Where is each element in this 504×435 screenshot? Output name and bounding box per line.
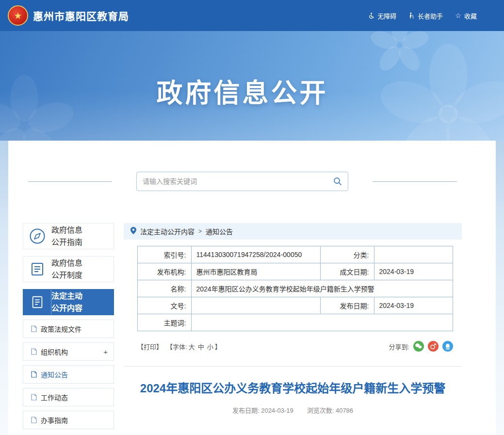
- search-section: [23, 172, 462, 191]
- decorative-line-right: [373, 181, 457, 182]
- field-label-written-date: 成文日期:: [321, 263, 374, 280]
- sidebar-item-legal-disclosure[interactable]: 法定主动 公开内容: [23, 289, 114, 315]
- wechat-share-icon[interactable]: [413, 341, 424, 352]
- table-row: 索引号: 114413030071947258/2024-00050 分类:: [138, 246, 453, 263]
- field-label-name: 名称:: [138, 280, 192, 297]
- main-content: 法定主动公开内容 > 通知公告 索引号: 114413030071947258/…: [124, 223, 462, 434]
- elder-helper-link[interactable]: 长者助手: [408, 11, 443, 20]
- label-line-2: 公开内容: [51, 304, 82, 312]
- sidebar-item-guide[interactable]: 政府信息 公开指南: [23, 223, 114, 249]
- emblem-star-icon: ★: [14, 11, 22, 20]
- elder-person-icon: [408, 12, 415, 19]
- page-background: 政府信息 公开指南 政府信息 公开制度: [0, 141, 504, 435]
- subitem-label: 工作动态: [41, 392, 68, 402]
- field-label-agency: 发布机构:: [138, 263, 192, 280]
- label-line-1: 法定主动: [51, 292, 82, 300]
- search-icon: [333, 177, 342, 186]
- favorite-label: 收藏: [464, 11, 477, 20]
- compass-icon: [23, 228, 51, 244]
- field-label-index: 索引号:: [138, 246, 192, 263]
- location-pin-icon: [130, 227, 136, 236]
- doc-icon: [31, 417, 37, 423]
- field-label-publish-date: 发布日期:: [321, 297, 374, 314]
- label-line-2: 公开制度: [51, 271, 82, 279]
- accessibility-label: 无障碍: [377, 11, 396, 20]
- breadcrumb-current[interactable]: 通知公告: [206, 226, 233, 236]
- table-row: 名称: 2024年惠阳区公办义务教育学校起始年级户籍新生入学预警: [138, 280, 453, 297]
- doc-icon: [31, 325, 37, 332]
- article-toolbar: 【打印】 【字体: 大 中 小 】 分享到:: [137, 341, 453, 352]
- expand-plus-icon[interactable]: +: [103, 348, 108, 356]
- article-meta: 发布日期: 2024-03-19 浏览次数: 40786: [124, 405, 462, 415]
- breadcrumb: 法定主动公开内容 > 通知公告: [124, 223, 462, 240]
- share-section: 分享到:: [389, 341, 453, 352]
- label-line-2: 公开指南: [51, 238, 82, 246]
- doc-icon: [31, 371, 37, 378]
- publish-date-label: 发布日期:: [232, 407, 260, 414]
- subitem-label: 政策法规文件: [41, 324, 81, 334]
- view-count: 浏览次数: 40786: [307, 405, 353, 415]
- table-row: 文号: 发布日期: 2024-03-19: [138, 297, 453, 314]
- accessibility-icon: [368, 12, 375, 19]
- top-header: ★ 惠州市惠阳区教育局 无障碍 长者助手 ☆ 收藏: [0, 0, 504, 31]
- label-line-1: 政府信息: [51, 259, 82, 267]
- subitem-label: 通知公告: [41, 370, 68, 379]
- subitem-label: 办事指南: [41, 415, 68, 425]
- site-brand[interactable]: ★ 惠州市惠阳区教育局: [8, 5, 129, 26]
- list-document-icon: [23, 261, 51, 277]
- share-label: 分享到:: [389, 342, 409, 351]
- main-columns: 政府信息 公开指南 政府信息 公开制度: [23, 223, 462, 434]
- sidebar-submenu: 政策法规文件 组织机构 + 通知公告 工作: [23, 320, 114, 429]
- elder-helper-label: 长者助手: [418, 11, 443, 20]
- article-title: 2024年惠阳区公办义务教育学校起始年级户籍新生入学预警: [127, 379, 459, 398]
- divider: [124, 366, 462, 367]
- font-large-button[interactable]: 大: [189, 342, 195, 351]
- font-small-button[interactable]: 小: [207, 342, 213, 351]
- sidebar-item-label: 法定主动 公开内容: [51, 290, 82, 314]
- weibo-share-icon[interactable]: [428, 341, 439, 352]
- field-label-category: 分类:: [321, 246, 374, 263]
- font-label-open: 【字体:: [166, 342, 187, 351]
- favorite-link[interactable]: ☆ 收藏: [455, 11, 477, 20]
- accessibility-link[interactable]: 无障碍: [368, 11, 396, 20]
- sidebar-subitem-work-updates[interactable]: 工作动态: [23, 388, 114, 406]
- table-row: 主题词:: [138, 314, 453, 331]
- subitem-label: 组织机构: [41, 347, 68, 356]
- document-meta-table: 索引号: 114413030071947258/2024-00050 分类: 发…: [137, 246, 453, 331]
- field-value-name: 2024年惠阳区公办义务教育学校起始年级户籍新生入学预警: [191, 280, 453, 297]
- field-value-written-date: 2024-03-19: [374, 263, 453, 280]
- field-value-agency: 惠州市惠阳区教育局: [191, 263, 321, 280]
- sidebar-subitem-notices[interactable]: 通知公告: [23, 365, 114, 384]
- page: ★ 惠州市惠阳区教育局 无障碍 长者助手 ☆ 收藏: [0, 0, 504, 435]
- field-value-keywords: [191, 314, 453, 331]
- sidebar-subitem-policy-files[interactable]: 政策法规文件: [23, 320, 114, 338]
- sidebar-subitem-organization[interactable]: 组织机构 +: [23, 342, 114, 361]
- table-row: 发布机构: 惠州市惠阳区教育局 成文日期: 2024-03-19: [138, 263, 453, 280]
- qq-share-icon[interactable]: [442, 341, 453, 352]
- search-box: [136, 172, 348, 191]
- font-size-control: 【字体: 大 中 小 】: [166, 342, 221, 351]
- sidebar-item-label: 政府信息 公开制度: [51, 257, 82, 281]
- sidebar-subitem-service-guide[interactable]: 办事指南: [23, 411, 114, 429]
- print-button[interactable]: 【打印】: [137, 342, 163, 351]
- field-value-index: 114413030071947258/2024-00050: [191, 246, 321, 263]
- search-button[interactable]: [333, 177, 342, 186]
- sidebar: 政府信息 公开指南 政府信息 公开制度: [23, 223, 114, 434]
- sidebar-item-system[interactable]: 政府信息 公开制度: [23, 256, 114, 282]
- sidebar-item-label: 政府信息 公开指南: [51, 224, 82, 248]
- banner: 政府信息公开: [0, 31, 504, 141]
- national-emblem-logo: ★: [8, 5, 28, 26]
- doc-icon: [31, 394, 37, 401]
- doc-icon: [31, 348, 37, 355]
- top-links: 无障碍 长者助手 ☆ 收藏: [368, 11, 477, 20]
- view-count-value: 40786: [336, 407, 353, 414]
- view-count-label: 浏览次数:: [307, 407, 334, 414]
- breadcrumb-parent[interactable]: 法定主动公开内容: [140, 226, 195, 236]
- field-value-publish-date: 2024-03-19: [374, 297, 453, 314]
- field-label-keywords: 主题词:: [138, 314, 192, 331]
- search-input[interactable]: [143, 177, 333, 185]
- field-label-doc-number: 文号:: [138, 297, 192, 314]
- font-medium-button[interactable]: 中: [198, 342, 204, 351]
- site-name: 惠州市惠阳区教育局: [33, 8, 129, 23]
- label-line-1: 政府信息: [51, 226, 82, 234]
